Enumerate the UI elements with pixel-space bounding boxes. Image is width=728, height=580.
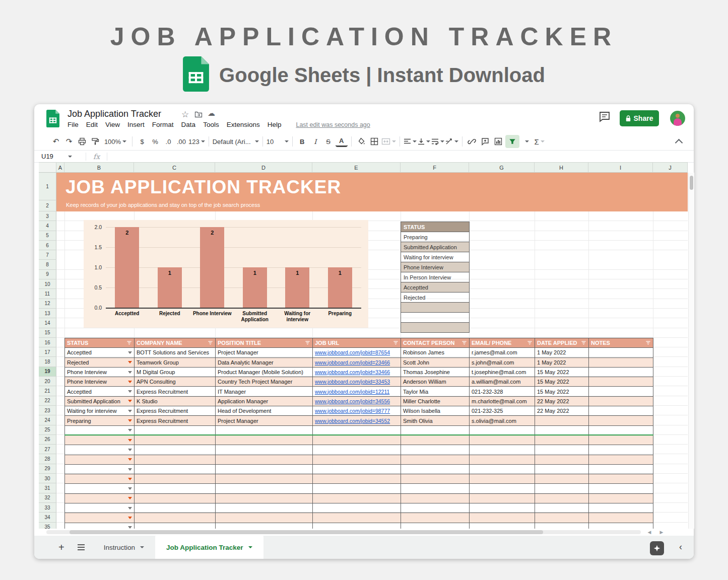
last-edit-status[interactable]: Last edit was seconds ago (296, 121, 370, 128)
table-cell[interactable] (313, 425, 401, 435)
table-cell[interactable]: Express Recruitment (135, 416, 216, 425)
row-header-11[interactable]: 11 (39, 289, 56, 299)
all-sheets-icon[interactable] (78, 544, 85, 550)
table-cell[interactable]: 15 May 2022 (535, 367, 589, 377)
table-cell[interactable]: Rejected (65, 357, 135, 367)
row-header-20[interactable]: 20 (39, 377, 56, 386)
column-header-J[interactable]: J (653, 162, 688, 173)
row-header-28[interactable]: 28 (39, 454, 56, 464)
table-cell[interactable] (470, 445, 535, 455)
fill-color-icon[interactable] (355, 135, 367, 148)
status-dropdown-icon[interactable] (128, 478, 132, 480)
table-cell[interactable] (135, 484, 216, 493)
table-cell[interactable] (65, 445, 135, 455)
table-cell[interactable] (589, 464, 653, 474)
row-header-31[interactable]: 31 (39, 483, 56, 493)
table-cell[interactable]: 1 May 2022 (535, 357, 589, 367)
table-cell[interactable] (401, 445, 470, 455)
legend-cell[interactable]: Acceptted (401, 282, 470, 293)
table-cell[interactable] (216, 474, 313, 484)
table-cell[interactable] (535, 493, 589, 503)
column-header-D[interactable]: D (215, 162, 312, 173)
table-cell[interactable] (535, 435, 589, 445)
row-header-6[interactable]: 6 (39, 241, 56, 250)
table-cell[interactable] (135, 523, 216, 529)
undo-icon[interactable]: ↶ (50, 135, 62, 148)
table-cell[interactable] (65, 464, 135, 474)
table-cell[interactable]: Express Recruitment (135, 387, 216, 396)
table-cell[interactable] (135, 503, 216, 513)
star-icon[interactable]: ☆ (181, 110, 189, 119)
applications-table[interactable]: STATUSCOMPANY NAMEPOSITION TITLEJOB URLC… (64, 338, 653, 529)
table-cell[interactable]: t.josephine@mail.com (470, 367, 535, 377)
table-cell[interactable]: Scott John (401, 357, 470, 367)
format-percent-button[interactable]: % (149, 135, 161, 148)
sheet-tab-instruction[interactable]: Instruction (93, 536, 155, 559)
table-cell[interactable] (65, 455, 135, 464)
table-cell[interactable] (65, 493, 135, 503)
status-dropdown-icon[interactable] (128, 381, 132, 383)
table-cell[interactable] (313, 493, 401, 503)
table-cell[interactable]: s.john@mail.com (470, 357, 535, 367)
filter-views-caret[interactable] (520, 135, 533, 148)
row-header-13[interactable]: 13 (39, 309, 56, 318)
row-header-17[interactable]: 17 (39, 347, 56, 357)
table-cell[interactable] (470, 523, 535, 529)
row-header-23[interactable]: 23 (39, 406, 56, 415)
table-cell[interactable] (401, 435, 470, 445)
legend-cell[interactable]: Preparing (401, 232, 470, 242)
status-dropdown-icon[interactable] (128, 351, 132, 354)
table-cell[interactable]: APN Consulting (135, 377, 216, 387)
horizontal-align-icon[interactable] (404, 135, 417, 148)
sheets-logo-icon[interactable] (46, 110, 59, 129)
row-header-32[interactable]: 32 (39, 493, 56, 503)
table-cell[interactable] (535, 484, 589, 493)
job-url-link[interactable]: www.jobboard.com/jobid=34552 (313, 416, 401, 425)
table-cell[interactable] (589, 348, 653, 357)
column-header-F[interactable]: F (401, 162, 469, 173)
row-header-33[interactable]: 33 (39, 503, 56, 513)
font-size-select[interactable]: 10 (267, 135, 289, 148)
table-cell[interactable] (535, 455, 589, 464)
status-dropdown-icon[interactable] (128, 390, 132, 393)
table-cell[interactable] (535, 503, 589, 513)
job-url-link[interactable]: www.jobboard.com/jobid=12211 (313, 387, 401, 396)
table-cell[interactable] (470, 455, 535, 464)
collapse-toolbar-icon[interactable] (675, 138, 683, 147)
table-cell[interactable] (535, 464, 589, 474)
table-column-header[interactable]: JOB URL (313, 338, 401, 348)
redo-icon[interactable]: ↷ (63, 135, 75, 148)
column-header-G[interactable]: G (469, 162, 535, 173)
table-cell[interactable] (216, 425, 313, 435)
legend-header-cell[interactable]: STATUS (401, 222, 470, 232)
explore-icon[interactable] (650, 541, 664, 555)
name-box[interactable]: U19 (34, 153, 86, 160)
status-dropdown-icon[interactable] (128, 468, 132, 471)
table-cell[interactable] (216, 445, 313, 455)
row-header-29[interactable]: 29 (39, 464, 56, 474)
table-cell[interactable]: Smith Olivia (401, 416, 470, 425)
table-cell[interactable] (135, 445, 216, 455)
sheet-canvas[interactable]: JOB APPLICATION TRACKER Keep records of … (56, 173, 688, 529)
table-cell[interactable] (470, 513, 535, 523)
table-cell[interactable] (470, 464, 535, 474)
decrease-decimal-button[interactable]: .0 (162, 135, 174, 148)
legend-cell[interactable] (401, 303, 470, 313)
table-column-header[interactable]: STATUS (65, 338, 135, 348)
table-cell[interactable]: m.charlotte@mail.com (470, 396, 535, 406)
table-cell[interactable]: K Studio (135, 396, 216, 406)
format-currency-button[interactable]: $ (136, 135, 148, 148)
row-header-19[interactable]: 19 (39, 367, 56, 377)
table-cell[interactable] (589, 416, 653, 425)
menu-tools[interactable]: Tools (203, 121, 219, 128)
table-cell[interactable]: Wilson Isabella (401, 406, 470, 416)
table-cell[interactable] (216, 464, 313, 474)
status-dropdown-icon[interactable] (128, 458, 132, 461)
table-cell[interactable] (216, 513, 313, 523)
collapse-panel-icon[interactable]: ‹ (679, 542, 682, 552)
table-cell[interactable]: Country Tech Project Manager (216, 377, 313, 387)
table-cell[interactable] (216, 493, 313, 503)
vertical-scrollbar-thumb[interactable] (690, 176, 693, 190)
table-cell[interactable]: Project Manager (216, 416, 313, 425)
table-cell[interactable] (589, 387, 653, 396)
